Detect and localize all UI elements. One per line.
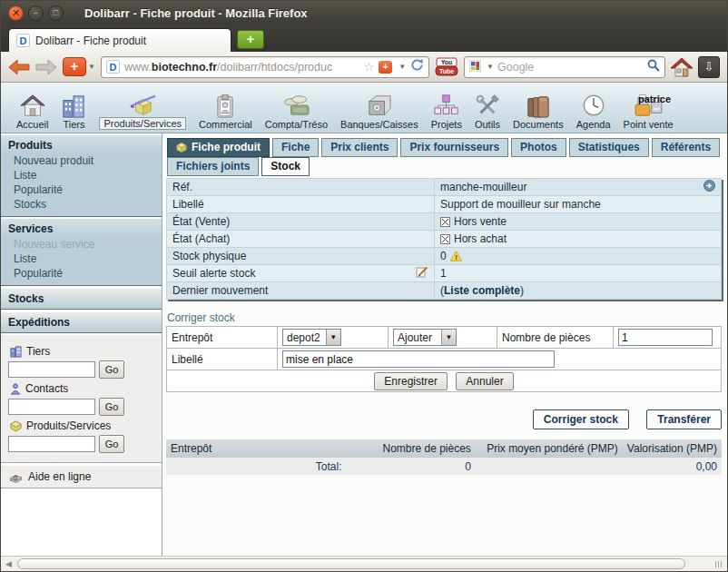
- scroll-left-icon[interactable]: ◀: [3, 558, 15, 570]
- dernier-mouvement-label: Dernier mouvement: [167, 282, 435, 300]
- search-produits-label: Produits/Services: [10, 419, 154, 432]
- etat-vente-value: Hors vente: [454, 215, 507, 228]
- product-cube-icon: [176, 143, 187, 153]
- product-box-pen-icon: [126, 92, 159, 116]
- tab-fichiers-joints[interactable]: Fichiers joints: [167, 157, 259, 176]
- ref-label: Réf.: [167, 179, 435, 196]
- folders-icon: [525, 94, 552, 118]
- stock-physique-label: Stock physique: [167, 248, 435, 265]
- transferer-button[interactable]: Transférer: [646, 409, 722, 429]
- building-small-icon: [10, 346, 22, 358]
- entrepot-select[interactable]: depot2 ▼: [282, 329, 341, 346]
- col-valorisation: Valorisation (PMP): [623, 439, 722, 458]
- menu-banques-caisses[interactable]: Banques/Caisses: [334, 94, 425, 130]
- plus-icon: +: [63, 57, 86, 76]
- sidebar-title-services: Services: [1, 219, 162, 237]
- produits-search-input[interactable]: [8, 436, 95, 452]
- sidebar-item-liste-produits[interactable]: Liste: [1, 168, 162, 182]
- produits-go-button[interactable]: Go: [99, 435, 124, 453]
- chevron-down-icon[interactable]: ▼: [398, 63, 406, 71]
- safe-icon: [366, 94, 392, 118]
- tab-statistiques[interactable]: Statistiques: [569, 138, 649, 157]
- help-link[interactable]: ? Aide en ligne: [1, 465, 162, 488]
- search-input[interactable]: [497, 61, 644, 74]
- tab-stock[interactable]: Stock: [261, 157, 310, 176]
- back-icon[interactable]: [8, 59, 30, 75]
- tiers-search-input[interactable]: [8, 361, 95, 378]
- menu-outils[interactable]: Outils: [468, 94, 507, 130]
- sidebar-item-popularite-services[interactable]: Popularité: [1, 266, 162, 281]
- horizontal-scrollbar[interactable]: ◀: [1, 556, 727, 571]
- tab-referents[interactable]: Référents: [652, 138, 720, 157]
- action-select[interactable]: Ajouter ▼: [393, 329, 457, 346]
- search-magnifier-icon[interactable]: [647, 59, 660, 75]
- corriger-stock-button[interactable]: Corriger stock: [533, 409, 629, 429]
- seuil-value: 1: [435, 265, 722, 282]
- col-pmp: Prix moyen pondéré (PMP): [476, 439, 623, 458]
- save-button[interactable]: Enregistrer: [374, 372, 448, 390]
- libelle-input[interactable]: [282, 350, 555, 368]
- sidebar-item-nouveau-produit[interactable]: Nouveau produit: [1, 153, 162, 168]
- svg-text:!: !: [455, 253, 457, 261]
- left-sidebar: Produits Nouveau produit Liste Popularit…: [1, 133, 162, 556]
- new-tab-button[interactable]: +: [237, 30, 264, 49]
- add-bookmark-icon[interactable]: +: [379, 61, 392, 74]
- menu-accueil[interactable]: Accueil: [10, 94, 54, 130]
- buildings-icon: [61, 94, 86, 118]
- menu-compta-treso[interactable]: Compta/Tréso: [259, 94, 334, 130]
- contacts-search-input[interactable]: [8, 399, 95, 415]
- menu-produits-services[interactable]: Produits/Services: [93, 92, 192, 130]
- sidebar-item-liste-services[interactable]: Liste: [1, 251, 162, 266]
- contacts-go-button[interactable]: Go: [99, 398, 124, 416]
- sidebar-header-stocks[interactable]: Stocks: [1, 288, 162, 310]
- menu-label: Compta/Tréso: [265, 119, 328, 130]
- sidebar-header-expeditions[interactable]: Expéditions: [1, 311, 162, 333]
- menu-commercial[interactable]: Commercial: [192, 94, 259, 130]
- logged-user: patrice: [638, 94, 671, 104]
- tab-fiche-produit[interactable]: Fiche produit: [167, 138, 270, 157]
- ref-nav-icon[interactable]: [703, 180, 715, 194]
- qty-input[interactable]: [618, 329, 713, 346]
- liste-complete-link[interactable]: Liste complète: [444, 284, 520, 297]
- tab-prix-fournisseurs[interactable]: Prix fournisseurs: [400, 138, 508, 157]
- url-bar[interactable]: D www.biotechno.fr/dolibarr/htdocs/produ…: [101, 56, 429, 78]
- tab-photos[interactable]: Photos: [511, 138, 566, 157]
- sidebar-item-stocks[interactable]: Stocks: [1, 197, 162, 212]
- clipboard-person-icon: [214, 94, 236, 118]
- menu-documents[interactable]: Documents: [507, 94, 570, 130]
- browser-tab-title: Dolibarr - Fiche produit: [35, 35, 146, 47]
- tab-prix-clients[interactable]: Prix clients: [321, 138, 398, 157]
- tiers-go-button[interactable]: Go: [99, 360, 124, 379]
- cancel-button[interactable]: Annuler: [456, 372, 513, 390]
- chevron-down-icon: ▼: [326, 330, 340, 345]
- browser-toolbar: + ▼ D www.biotechno.fr/dolibarr/htdocs/p…: [1, 52, 727, 83]
- menu-tiers[interactable]: Tiers: [54, 94, 93, 130]
- tab-fiche[interactable]: Fiche: [272, 138, 319, 157]
- form-libelle-label: Libellé: [167, 349, 278, 370]
- search-box[interactable]: ▼: [464, 56, 665, 78]
- edit-pencil-icon[interactable]: [416, 266, 428, 281]
- downloads-button[interactable]: ⇩: [698, 56, 720, 78]
- title-bar: ✕ − □ Dolibarr - Fiche produit - Mozilla…: [1, 1, 727, 25]
- home-icon[interactable]: [671, 57, 693, 77]
- menu-agenda[interactable]: Agenda: [570, 94, 617, 130]
- correct-stock-title: Corriger stock: [167, 311, 719, 324]
- bookmark-star-icon[interactable]: ☆: [364, 60, 375, 74]
- scrollbar-thumb[interactable]: [17, 558, 685, 569]
- close-window-icon[interactable]: ✕: [8, 5, 24, 21]
- sidebar-item-popularite-produits[interactable]: Popularité: [1, 182, 162, 197]
- reload-icon[interactable]: [410, 58, 424, 75]
- browser-tab[interactable]: D Dolibarr - Fiche produit: [8, 28, 231, 52]
- status-off-icon: [440, 217, 450, 227]
- forward-icon[interactable]: [35, 59, 57, 75]
- minimize-window-icon[interactable]: −: [28, 5, 44, 21]
- sidebar-block-produits: Produits Nouveau produit Liste Popularit…: [1, 135, 162, 217]
- quick-add-button[interactable]: + ▼: [63, 57, 95, 76]
- tools-icon: [475, 94, 499, 118]
- menu-projets[interactable]: Projets: [425, 94, 468, 130]
- window-title: Dolibarr - Fiche produit - Mozilla Firef…: [84, 6, 308, 20]
- chevron-down-icon[interactable]: ▼: [487, 63, 494, 71]
- total-valorisation: 0,00: [623, 458, 722, 475]
- youtube-button[interactable]: You Tube: [435, 57, 458, 77]
- maximize-window-icon[interactable]: □: [48, 5, 64, 21]
